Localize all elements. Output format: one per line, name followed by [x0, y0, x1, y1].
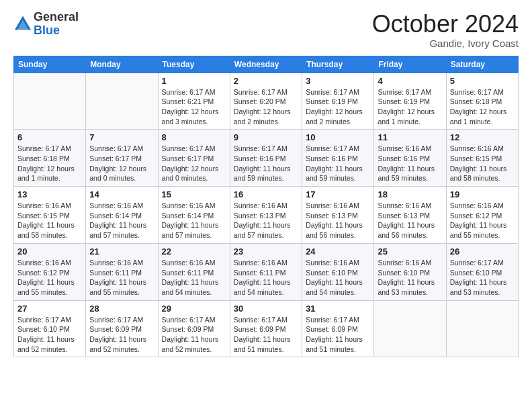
- day-info: Sunrise: 6:17 AM Sunset: 6:10 PM Dayligh…: [17, 315, 82, 355]
- day-info: Sunrise: 6:17 AM Sunset: 6:17 PM Dayligh…: [89, 144, 154, 183]
- day-number: 14: [89, 189, 154, 199]
- day-number: 6: [17, 132, 82, 142]
- day-info: Sunrise: 6:16 AM Sunset: 6:15 PM Dayligh…: [450, 144, 515, 183]
- calendar-cell: 27Sunrise: 6:17 AM Sunset: 6:10 PM Dayli…: [14, 300, 86, 357]
- day-number: 24: [306, 246, 370, 257]
- calendar-cell: 13Sunrise: 6:16 AM Sunset: 6:15 PM Dayli…: [14, 187, 86, 244]
- weekday-header-row: SundayMondayTuesdayWednesdayThursdayFrid…: [14, 56, 519, 73]
- day-number: 20: [17, 246, 82, 257]
- day-info: Sunrise: 6:16 AM Sunset: 6:15 PM Dayligh…: [17, 201, 82, 240]
- day-number: 21: [89, 246, 154, 257]
- day-info: Sunrise: 6:17 AM Sunset: 6:09 PM Dayligh…: [162, 315, 226, 355]
- day-info: Sunrise: 6:17 AM Sunset: 6:09 PM Dayligh…: [234, 315, 298, 355]
- calendar-cell: 24Sunrise: 6:16 AM Sunset: 6:10 PM Dayli…: [302, 243, 374, 300]
- day-number: 9: [234, 132, 298, 142]
- header: General Blue October 2024 Gandie, Ivory …: [13, 11, 519, 49]
- day-info: Sunrise: 6:17 AM Sunset: 6:19 PM Dayligh…: [378, 87, 442, 127]
- calendar-cell: 12Sunrise: 6:16 AM Sunset: 6:15 PM Dayli…: [446, 130, 518, 187]
- day-info: Sunrise: 6:16 AM Sunset: 6:11 PM Dayligh…: [162, 258, 226, 298]
- calendar-cell: [14, 73, 86, 130]
- day-info: Sunrise: 6:16 AM Sunset: 6:13 PM Dayligh…: [378, 201, 442, 240]
- day-number: 16: [234, 189, 298, 199]
- day-number: 25: [378, 246, 442, 257]
- day-info: Sunrise: 6:16 AM Sunset: 6:12 PM Dayligh…: [450, 201, 515, 240]
- page: General Blue October 2024 Gandie, Ivory …: [0, 0, 532, 411]
- month-title: October 2024: [372, 11, 519, 38]
- day-number: 23: [234, 246, 298, 257]
- calendar-cell: 21Sunrise: 6:16 AM Sunset: 6:11 PM Dayli…: [86, 243, 158, 300]
- day-number: 26: [450, 246, 515, 257]
- calendar-cell: 23Sunrise: 6:16 AM Sunset: 6:11 PM Dayli…: [230, 243, 302, 300]
- day-number: 27: [17, 304, 82, 314]
- location-title: Gandie, Ivory Coast: [372, 38, 519, 49]
- calendar-cell: 2Sunrise: 6:17 AM Sunset: 6:20 PM Daylig…: [230, 73, 302, 130]
- day-number: 2: [234, 76, 298, 86]
- day-number: 30: [234, 304, 298, 314]
- calendar-cell: 4Sunrise: 6:17 AM Sunset: 6:19 PM Daylig…: [374, 73, 446, 130]
- day-number: 31: [306, 304, 370, 314]
- day-info: Sunrise: 6:17 AM Sunset: 6:09 PM Dayligh…: [306, 315, 370, 355]
- week-row-5: 27Sunrise: 6:17 AM Sunset: 6:10 PM Dayli…: [14, 300, 519, 357]
- calendar-cell: [374, 300, 446, 357]
- title-block: October 2024 Gandie, Ivory Coast: [372, 11, 519, 49]
- calendar-cell: 22Sunrise: 6:16 AM Sunset: 6:11 PM Dayli…: [158, 243, 230, 300]
- day-number: 4: [378, 76, 442, 86]
- weekday-header-sunday: Sunday: [14, 56, 86, 73]
- calendar-cell: 10Sunrise: 6:17 AM Sunset: 6:16 PM Dayli…: [302, 130, 374, 187]
- day-info: Sunrise: 6:16 AM Sunset: 6:14 PM Dayligh…: [89, 201, 154, 240]
- day-info: Sunrise: 6:16 AM Sunset: 6:10 PM Dayligh…: [306, 258, 370, 298]
- week-row-2: 6Sunrise: 6:17 AM Sunset: 6:18 PM Daylig…: [14, 130, 519, 187]
- week-row-4: 20Sunrise: 6:16 AM Sunset: 6:12 PM Dayli…: [14, 243, 519, 300]
- day-number: 15: [162, 189, 226, 199]
- logo-general: General: [34, 11, 79, 24]
- calendar-table: SundayMondayTuesdayWednesdayThursdayFrid…: [13, 56, 519, 358]
- day-number: 29: [162, 304, 226, 314]
- day-info: Sunrise: 6:16 AM Sunset: 6:12 PM Dayligh…: [17, 258, 82, 298]
- calendar-cell: 30Sunrise: 6:17 AM Sunset: 6:09 PM Dayli…: [230, 300, 302, 357]
- calendar-cell: 14Sunrise: 6:16 AM Sunset: 6:14 PM Dayli…: [86, 187, 158, 244]
- day-info: Sunrise: 6:17 AM Sunset: 6:17 PM Dayligh…: [162, 144, 226, 183]
- calendar-cell: 3Sunrise: 6:17 AM Sunset: 6:19 PM Daylig…: [302, 73, 374, 130]
- day-number: 10: [306, 132, 370, 142]
- day-number: 12: [450, 132, 515, 142]
- day-number: 28: [89, 304, 154, 314]
- calendar-cell: 19Sunrise: 6:16 AM Sunset: 6:12 PM Dayli…: [446, 187, 518, 244]
- calendar-cell: 15Sunrise: 6:16 AM Sunset: 6:14 PM Dayli…: [158, 187, 230, 244]
- day-number: 7: [89, 132, 154, 142]
- calendar-cell: 9Sunrise: 6:17 AM Sunset: 6:16 PM Daylig…: [230, 130, 302, 187]
- day-info: Sunrise: 6:17 AM Sunset: 6:16 PM Dayligh…: [306, 144, 370, 183]
- calendar-cell: 29Sunrise: 6:17 AM Sunset: 6:09 PM Dayli…: [158, 300, 230, 357]
- calendar-cell: 11Sunrise: 6:16 AM Sunset: 6:16 PM Dayli…: [374, 130, 446, 187]
- day-info: Sunrise: 6:16 AM Sunset: 6:14 PM Dayligh…: [162, 201, 226, 240]
- day-info: Sunrise: 6:17 AM Sunset: 6:20 PM Dayligh…: [234, 87, 298, 127]
- day-info: Sunrise: 6:16 AM Sunset: 6:10 PM Dayligh…: [378, 258, 442, 298]
- day-info: Sunrise: 6:17 AM Sunset: 6:10 PM Dayligh…: [450, 258, 515, 298]
- weekday-header-saturday: Saturday: [446, 56, 518, 73]
- logo-icon: [13, 15, 32, 34]
- calendar-cell: 20Sunrise: 6:16 AM Sunset: 6:12 PM Dayli…: [14, 243, 86, 300]
- day-info: Sunrise: 6:16 AM Sunset: 6:13 PM Dayligh…: [234, 201, 298, 240]
- day-info: Sunrise: 6:17 AM Sunset: 6:18 PM Dayligh…: [17, 144, 82, 183]
- logo-blue: Blue: [34, 24, 79, 38]
- calendar-cell: 8Sunrise: 6:17 AM Sunset: 6:17 PM Daylig…: [158, 130, 230, 187]
- calendar-cell: 31Sunrise: 6:17 AM Sunset: 6:09 PM Dayli…: [302, 300, 374, 357]
- calendar-cell: [86, 73, 158, 130]
- week-row-3: 13Sunrise: 6:16 AM Sunset: 6:15 PM Dayli…: [14, 187, 519, 244]
- weekday-header-monday: Monday: [86, 56, 158, 73]
- day-info: Sunrise: 6:16 AM Sunset: 6:16 PM Dayligh…: [378, 144, 442, 183]
- calendar-cell: 18Sunrise: 6:16 AM Sunset: 6:13 PM Dayli…: [374, 187, 446, 244]
- day-info: Sunrise: 6:17 AM Sunset: 6:21 PM Dayligh…: [162, 87, 226, 127]
- day-number: 13: [17, 189, 82, 199]
- calendar-cell: 1Sunrise: 6:17 AM Sunset: 6:21 PM Daylig…: [158, 73, 230, 130]
- logo: General Blue: [13, 11, 79, 38]
- calendar-cell: 17Sunrise: 6:16 AM Sunset: 6:13 PM Dayli…: [302, 187, 374, 244]
- day-number: 18: [378, 189, 442, 199]
- calendar-cell: 6Sunrise: 6:17 AM Sunset: 6:18 PM Daylig…: [14, 130, 86, 187]
- day-info: Sunrise: 6:16 AM Sunset: 6:13 PM Dayligh…: [306, 201, 370, 240]
- day-info: Sunrise: 6:17 AM Sunset: 6:19 PM Dayligh…: [306, 87, 370, 127]
- day-number: 5: [450, 76, 515, 86]
- calendar-cell: 25Sunrise: 6:16 AM Sunset: 6:10 PM Dayli…: [374, 243, 446, 300]
- day-info: Sunrise: 6:17 AM Sunset: 6:18 PM Dayligh…: [450, 87, 515, 127]
- weekday-header-thursday: Thursday: [302, 56, 374, 73]
- calendar-cell: 26Sunrise: 6:17 AM Sunset: 6:10 PM Dayli…: [446, 243, 518, 300]
